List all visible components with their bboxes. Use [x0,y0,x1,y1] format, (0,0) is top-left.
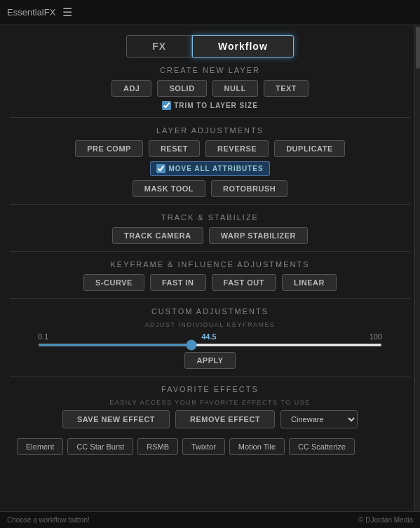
bottom-hint: Choose a workflow button! [7,516,90,524]
divider-4 [10,298,410,299]
create-new-layer-section: CREATE NEW LAYER ADJ SOLID NULL TEXT TRI… [0,66,420,110]
move-attributes-label[interactable]: MOVE ALL ATTRIBUTES [150,161,269,176]
text-button[interactable]: TEXT [264,80,309,97]
custom-adjustments-section: CUSTOM ADJUSTMENTS ADJUST INDIVIDUAL KEY… [0,307,420,369]
duplicate-button[interactable]: DUPLICATE [274,140,345,157]
app-title: EssentialFX [7,7,55,18]
reset-button[interactable]: RESET [149,140,200,157]
remove-effect-button[interactable]: REMOVE EFFECT [175,410,275,428]
hamburger-icon[interactable]: ☰ [62,6,72,19]
divider-5 [10,376,410,377]
track-stabilize-title: TRACK & STABILIZE [10,213,410,222]
track-stabilize-buttons: TRACK CAMERA WARP STABILIZER [10,227,410,244]
apply-row: APPLY [10,352,410,369]
divider-3 [10,251,410,252]
move-attributes-text: MOVE ALL ATTRIBUTES [168,165,263,172]
effect-cc-scatterize[interactable]: CC Scatterize [289,438,355,455]
layer-adjustments-section: LAYER ADJUSTMENTS PRE COMP RESET REVERSE… [0,126,420,197]
effect-motion-tile[interactable]: Motion Tile [229,438,285,455]
adj-button[interactable]: ADJ [111,80,152,97]
top-bar: EssentialFX ☰ [0,0,420,25]
effect-twixtor[interactable]: Twixtor [182,438,225,455]
slider-wrapper: 0.1 44.5 100 [10,332,410,346]
tab-fx[interactable]: FX [126,35,192,57]
apply-button[interactable]: APPLY [184,352,235,369]
move-attributes-row: MOVE ALL ATTRIBUTES [10,161,410,176]
save-new-effect-button[interactable]: SAVE NEW EFFECT [62,410,170,428]
trim-checkbox-label[interactable]: TRIM TO LAYER SIZE [162,101,258,110]
favorite-effects-section: FAVORITE EFFECTS EASILY ACCESS YOUR FAVO… [0,385,420,459]
custom-adjustments-title: CUSTOM ADJUSTMENTS [10,307,410,316]
keyframe-buttons: S-CURVE FAST IN FAST OUT LINEAR [10,274,410,291]
layer-adj-buttons: PRE COMP RESET REVERSE DUPLICATE [10,140,410,157]
rotobrush-button[interactable]: ROTOBRUSH [211,180,287,197]
null-button[interactable]: NULL [212,80,258,97]
tab-bar: FX Workflow [0,35,420,57]
scrollbar-thumb [416,27,420,69]
layer-adj-buttons-2: MASK TOOL ROTOBRUSH [10,180,410,197]
custom-slider[interactable] [38,344,382,346]
divider-1 [10,117,410,118]
effects-action-row: SAVE NEW EFFECT REMOVE EFFECT Cineware E… [10,410,410,428]
favorite-effects-title: FAVORITE EFFECTS [10,385,410,393]
bottom-bar: Choose a workflow button! © DJordan Medi… [0,511,420,528]
fast-out-button[interactable]: FAST OUT [212,274,276,291]
layer-adjustments-title: LAYER ADJUSTMENTS [10,126,410,135]
effects-dropdown[interactable]: Cineware Element CC Star Burst RSMB Twix… [280,410,358,428]
keyframe-section: KEYFRAME & INFLUENCE ADJUSTMENTS S-CURVE… [0,260,420,291]
create-layer-buttons: ADJ SOLID NULL TEXT [10,80,410,97]
warp-stabilizer-button[interactable]: WARP STABILIZER [209,227,308,244]
pre-comp-button[interactable]: PRE COMP [75,140,143,157]
trim-checkbox-row: TRIM TO LAYER SIZE [10,101,410,110]
slider-container [38,344,382,346]
create-new-layer-title: CREATE NEW LAYER [10,66,410,74]
keyframe-title: KEYFRAME & INFLUENCE ADJUSTMENTS [10,260,410,269]
bottom-credit: © DJordan Media [358,516,413,524]
track-camera-button[interactable]: TRACK CAMERA [112,227,203,244]
effect-element[interactable]: Element [17,438,63,455]
move-attributes-checkbox[interactable] [156,164,165,173]
trim-checkbox[interactable] [162,101,171,110]
reverse-button[interactable]: REVERSE [205,140,269,157]
effect-rsmb[interactable]: RSMB [137,438,178,455]
mask-tool-button[interactable]: MASK TOOL [133,180,205,197]
trim-label: TRIM TO LAYER SIZE [174,102,258,109]
linear-button[interactable]: LINEAR [282,274,337,291]
track-stabilize-section: TRACK & STABILIZE TRACK CAMERA WARP STAB… [0,213,420,244]
scrollbar[interactable] [414,25,420,511]
favorite-effects-subtitle: EASILY ACCESS YOUR FAVORITE EFFECTS TO U… [10,399,410,406]
fast-in-button[interactable]: FAST IN [150,274,206,291]
s-curve-button[interactable]: S-CURVE [83,274,144,291]
divider-2 [10,204,410,205]
custom-adjustments-subtitle: ADJUST INDIVIDUAL KEYFRAMES [10,321,410,328]
solid-button[interactable]: SOLID [157,80,206,97]
tab-workflow[interactable]: Workflow [192,35,294,57]
effects-list: Element CC Star Burst RSMB Twixtor Motio… [10,434,410,459]
effect-cc-star-burst[interactable]: CC Star Burst [67,438,133,455]
